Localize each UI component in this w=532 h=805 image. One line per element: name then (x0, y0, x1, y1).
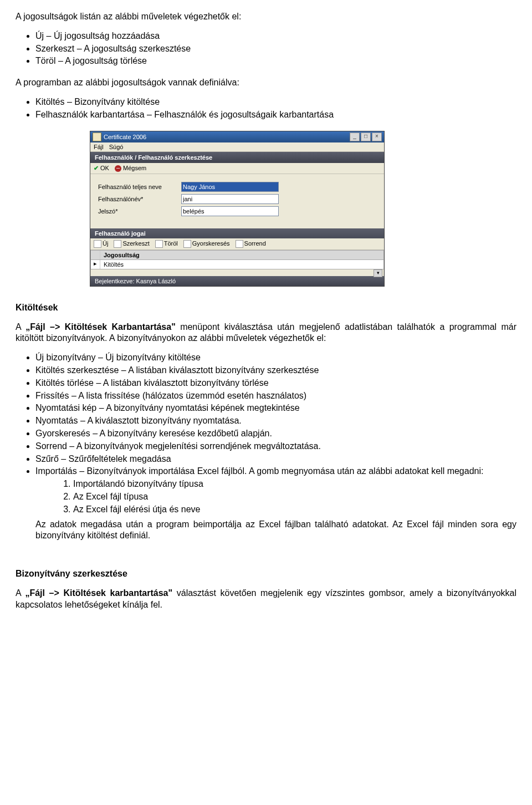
list-item: Töröl – A jogosultság törlése (35, 55, 516, 67)
list-item: Az Excel fájl elérési útja és neve (73, 504, 516, 516)
password-input[interactable] (181, 206, 279, 216)
list-item: Szerkeszt – A jogosultság szerkesztése (35, 43, 516, 55)
intro-line1: A jogosultságok listán az alábbi művelet… (16, 11, 516, 23)
uj-button[interactable]: Új (94, 240, 108, 248)
import-after-text: Az adatok megadása után a program beimpo… (35, 519, 516, 541)
list-item: Kitöltés – Bizonyítvány kitöltése (35, 96, 516, 108)
app-window: Certificate 2006 _ □ × Fájl Súgó Felhasz… (90, 131, 385, 287)
panel-header: Felhasználók / Felhasználó szerkesztése (90, 152, 384, 163)
list-item: Kitöltés törlése – A listában kiválaszto… (35, 378, 516, 389)
menubar: Fájl Súgó (90, 142, 384, 152)
intro-defs-list: Kitöltés – Bizonyítvány kitöltése Felhas… (35, 96, 516, 121)
close-button[interactable]: × (372, 133, 382, 141)
delete-icon (155, 240, 163, 248)
username-input[interactable] (181, 194, 279, 204)
window-title: Certificate 2006 (104, 134, 146, 140)
rights-toolbar: Új Szerkeszt Töröl Gyorskeresés Sorrend (90, 238, 384, 250)
list-item: Nyomtatás – A kiválasztott bizonyítvány … (35, 415, 516, 427)
grid-cell: Kitöltés (100, 260, 127, 269)
list-item: Új – Új jogosultság hozzáadása (35, 30, 516, 42)
kitoltesek-list: Új bizonyítvány – Új bizonyítvány kitölt… (35, 352, 516, 542)
list-item: Gyorskeresés – A bizonyítvány keresése k… (35, 428, 516, 440)
ok-button[interactable]: ✔ OK (94, 165, 109, 172)
grid-header-row: Jogosultság (90, 250, 384, 260)
titlebar: Certificate 2006 _ □ × (90, 131, 384, 142)
maximize-button[interactable]: □ (361, 133, 371, 141)
megsem-button[interactable]: Mégsem (115, 165, 146, 172)
list-item: Sorrend – A bizonyítványok megjelenítési… (35, 441, 516, 452)
row-marker-icon: ▸ (91, 260, 100, 269)
field-label-fullname: Felhasználó teljes neve (98, 184, 181, 190)
list-item: Frissítés – A lista frissítése (hálózato… (35, 390, 516, 402)
grid-header-jogosultsag[interactable]: Jogosultság (100, 251, 143, 259)
list-item-import: Importálás – Bizonyítványok importálása … (35, 466, 516, 542)
grid-row[interactable]: ▸ Kitöltés (90, 260, 384, 269)
torol-button[interactable]: Töröl (155, 240, 178, 248)
menu-sugo[interactable]: Súgó (109, 144, 124, 150)
list-item: Új bizonyítvány – Új bizonyítvány kitölt… (35, 352, 516, 364)
scroll-area: ▾ (90, 269, 384, 276)
status-bar: Bejelentkezve: Kasnya László (90, 276, 384, 286)
szerkeszt-button[interactable]: Szerkeszt (114, 240, 149, 248)
edit-icon (114, 240, 121, 248)
cancel-icon (115, 165, 121, 172)
intro-ops-list: Új – Új jogosultság hozzáadása Szerkeszt… (35, 30, 516, 67)
list-item: Felhasználók karbantartása – Felhasználó… (35, 109, 516, 121)
app-icon (93, 133, 101, 141)
field-label-password: Jelszó* (98, 208, 181, 215)
intro-para2: A programban az alábbi jogosultságok van… (16, 77, 516, 89)
field-label-username: Felhasználónév* (98, 196, 181, 202)
new-icon (94, 240, 101, 248)
import-steps: Importálandó bizonyítvány típusa Az Exce… (73, 478, 516, 515)
toolbar: ✔ OK Mégsem (90, 163, 384, 174)
rights-header: Felhasználó jogai (90, 228, 384, 238)
gyorskereses-button[interactable]: Gyorskeresés (183, 240, 230, 248)
biz-heading: Bizonyítvány szerkesztése (16, 568, 516, 580)
list-item: Importálandó bizonyítvány típusa (73, 478, 516, 490)
list-item: Szűrő – Szűrőfeltételek megadása (35, 454, 516, 465)
sorrend-button[interactable]: Sorrend (236, 240, 266, 248)
minimize-button[interactable]: _ (350, 133, 360, 141)
list-item: Kitöltés szerkesztése – A listában kivál… (35, 365, 516, 376)
fullname-input[interactable] (181, 182, 279, 192)
list-item: Az Excel fájl típusa (73, 491, 516, 503)
menu-fajl[interactable]: Fájl (94, 144, 104, 150)
kitoltesek-heading: Kitöltések (16, 302, 516, 314)
scroll-down-button[interactable]: ▾ (374, 269, 382, 277)
search-icon (183, 240, 191, 248)
kitoltesek-intro: A „Fájl –> Kitöltések Karbantartása" men… (16, 322, 516, 345)
check-icon: ✔ (94, 165, 99, 171)
biz-intro: A „Fájl –> Kitöltések karbantartása" vál… (16, 588, 516, 611)
form-area: Felhasználó teljes neve Felhasználónév* … (90, 174, 384, 228)
list-item: Nyomtatási kép – A bizonyítvány nyomtatá… (35, 402, 516, 414)
sort-icon (236, 240, 243, 248)
